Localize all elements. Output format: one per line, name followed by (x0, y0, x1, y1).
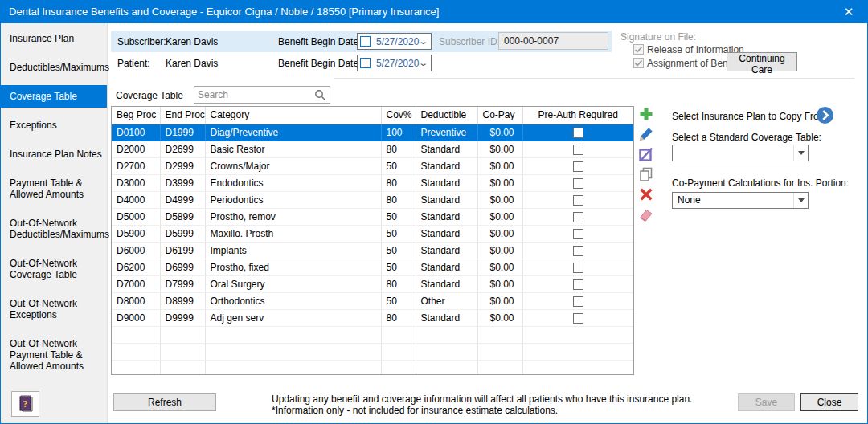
chevron-down-icon[interactable]: ⌄ (418, 58, 428, 68)
pre-auth-checkbox[interactable] (573, 246, 583, 256)
title-bar: Dental Insurance Benefits and Coverage -… (1, 1, 867, 23)
table-row[interactable]: D2700D2999Crowns/Major50Standard$0.00 (112, 157, 633, 174)
search-box (194, 86, 330, 104)
sidebar-item[interactable]: Out-Of-Network Exceptions (1, 292, 107, 326)
sidebar-item[interactable]: Out-Of-Network Coverage Table (1, 252, 107, 286)
dropdown-arrow-icon[interactable] (793, 145, 808, 161)
sidebar-item[interactable]: Deductibles/Maximums (1, 56, 107, 79)
sidebar-item[interactable]: Exceptions (1, 114, 107, 137)
dropdown-arrow-icon[interactable] (793, 193, 808, 208)
benefit-begin-date-label-subscriber: Benefit Begin Date* (278, 36, 362, 47)
column-header[interactable]: Co-Pay (477, 107, 522, 124)
pre-auth-checkbox[interactable] (573, 161, 583, 172)
delete-icon[interactable] (638, 186, 654, 202)
close-icon[interactable]: ✕ (830, 1, 867, 23)
table-row[interactable]: D7000D7999Oral Surgery80Standard$0.00 (112, 275, 633, 292)
search-icon[interactable] (314, 89, 326, 101)
footer-note-line2: *Information only - not included for ins… (272, 405, 692, 416)
subscriber-id-label: Subscriber ID: (439, 36, 500, 47)
edit-icon[interactable] (638, 126, 654, 142)
header-divider (334, 78, 854, 79)
add-icon[interactable] (638, 106, 654, 122)
pre-auth-checkbox[interactable] (573, 212, 583, 222)
table-row[interactable]: D3000D3999Endodontics80Standard$0.00 (112, 174, 633, 191)
subscriber-benefit-date-combo[interactable]: 5/27/2020 ⌄ (357, 33, 432, 50)
table-row-empty (112, 360, 633, 375)
copay-calc-dropdown[interactable]: None (672, 192, 809, 209)
help-button[interactable]: ? (11, 391, 39, 417)
column-header[interactable]: End Proc (160, 107, 205, 124)
table-header-row: Beg ProcEnd ProcCategoryCov%DeductibleCo… (112, 107, 633, 124)
sidebar-item[interactable]: Insurance Plan (1, 27, 107, 50)
search-input[interactable] (198, 88, 310, 102)
table-row-empty (112, 326, 633, 343)
copy-from-label: Select Insurance Plan to Copy From: (672, 111, 829, 122)
footer-note: Updating any benefit and coverage inform… (272, 393, 692, 416)
table-row[interactable]: D2000D2699Basic Restor80Standard$0.00 (112, 141, 633, 157)
patient-name: Karen Davis (166, 58, 218, 69)
patient-date-checkbox[interactable] (360, 58, 371, 68)
pre-auth-checkbox[interactable] (573, 195, 583, 206)
sidebar-item[interactable]: Coverage Table (1, 85, 107, 108)
sidebar: Insurance PlanDeductibles/MaximumsCovera… (1, 23, 108, 423)
table-row[interactable]: D5900D5999Maxillo. Prosth50Standard$0.00 (112, 225, 633, 242)
copy-from-arrow-icon[interactable] (816, 106, 834, 124)
table-row[interactable]: D4000D4999Periodontics80Standard$0.00 (112, 191, 633, 208)
refresh-button[interactable]: Refresh (113, 393, 216, 411)
pre-auth-checkbox[interactable] (573, 279, 583, 290)
table-row[interactable]: D6200D6999Prostho, fixed50Standard$0.00 (112, 259, 633, 275)
help-book-icon: ? (17, 394, 35, 414)
subscriber-date-checkbox[interactable] (360, 36, 371, 47)
footer-note-line1: Updating any benefit and coverage inform… (272, 393, 692, 405)
benefit-begin-date-label-patient: Benefit Begin Date* (278, 58, 362, 69)
column-header[interactable]: Deductible (416, 107, 477, 124)
chevron-down-icon[interactable]: ⌄ (418, 36, 428, 47)
svg-text:?: ? (23, 398, 27, 410)
pre-auth-checkbox[interactable] (573, 296, 583, 307)
subscriber-date-value: 5/27/2020 (376, 36, 420, 47)
pre-auth-checkbox[interactable] (573, 128, 583, 138)
window-title: Dental Insurance Benefits and Coverage -… (9, 1, 439, 23)
copay-calc-value: None (678, 193, 701, 208)
subscriber-name: Karen Davis (166, 36, 218, 47)
close-button[interactable]: Close (800, 393, 858, 411)
copy-icon[interactable] (638, 166, 654, 182)
standard-table-dropdown[interactable] (672, 145, 809, 161)
patient-benefit-date-combo[interactable]: 5/27/2020 ⌄ (357, 55, 432, 71)
sidebar-nav: Insurance PlanDeductibles/MaximumsCovera… (1, 23, 107, 377)
assignment-of-benefits-checkbox (633, 58, 644, 68)
column-header[interactable]: Category (205, 107, 381, 124)
table-row[interactable]: D9000D9999Adj gen serv80Standard$0.00 (112, 309, 633, 326)
pre-auth-checkbox[interactable] (573, 263, 583, 273)
table-row[interactable]: D8000D8999Orthodontics50Other$0.00 (112, 292, 633, 309)
dental-insurance-benefits-dialog: Dental Insurance Benefits and Coverage -… (0, 0, 868, 424)
standard-table-label: Select a Standard Coverage Table: (672, 132, 821, 143)
table-row-empty (112, 343, 633, 360)
patient-date-value: 5/27/2020 (376, 58, 420, 69)
signature-on-file-label: Signature on File: (620, 31, 696, 43)
table-row[interactable]: D0100D1999Diag/Preventive100Preventive$0… (112, 124, 633, 141)
column-header[interactable]: Beg Proc (112, 107, 160, 124)
pre-auth-checkbox[interactable] (573, 229, 583, 239)
pre-auth-checkbox[interactable] (573, 145, 583, 155)
edit-in-grid-icon[interactable] (638, 146, 654, 162)
coverage-table: Beg ProcEnd ProcCategoryCov%DeductibleCo… (111, 106, 634, 375)
column-header[interactable]: Cov% (381, 107, 416, 124)
save-button[interactable]: Save (738, 393, 795, 411)
sidebar-item[interactable]: Payment Table & Allowed Amounts (1, 172, 107, 206)
pre-auth-checkbox[interactable] (573, 178, 583, 189)
sidebar-item[interactable]: Out-Of-Network Deductibles/Maximums (1, 212, 107, 246)
coverage-table-section-label: Coverage Table (116, 90, 183, 101)
sidebar-item[interactable]: Out-Of-Network Payment Table & Allowed A… (1, 332, 107, 377)
copay-calc-label: Co-Payment Calculations for Ins. Portion… (672, 177, 849, 189)
pre-auth-checkbox[interactable] (573, 313, 583, 324)
column-header[interactable]: Pre-Auth Required (522, 107, 633, 124)
sidebar-item[interactable]: Insurance Plan Notes (1, 143, 107, 165)
check-icon (634, 59, 643, 67)
subscriber-label: Subscriber: (117, 36, 166, 47)
table-row[interactable]: D6000D6199Implants50Standard$0.00 (112, 242, 633, 259)
continuing-care-button[interactable]: Continuing Care (727, 52, 797, 71)
erase-icon[interactable] (638, 206, 654, 222)
table-row[interactable]: D5000D5899Prostho, remov50Standard$0.00 (112, 208, 633, 225)
check-icon (634, 46, 643, 54)
